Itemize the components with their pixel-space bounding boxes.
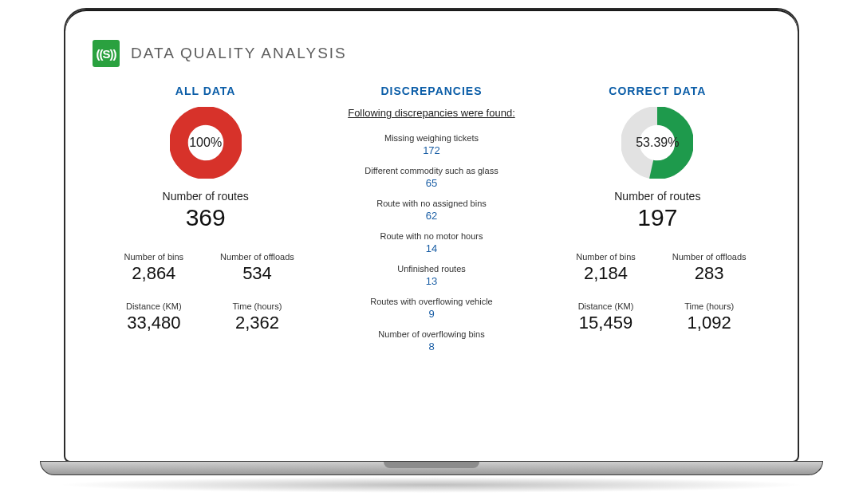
discrepancy-label: Route with no motor hours — [326, 231, 536, 241]
metric-value: 1,092 — [667, 313, 751, 333]
metric-label: Time (hours) — [215, 301, 300, 311]
discrepancy-label: Unfinished routes — [326, 264, 536, 274]
metric-label: Distance (KM) — [112, 301, 196, 311]
discrepancy-label: Different commodity such as glass — [326, 166, 536, 175]
columns-container: ALL DATA 100% Number of routes 369 Numbe… — [93, 70, 770, 362]
discrepancy-item: Route with no motor hours14 — [326, 231, 536, 254]
metric-value: 2,362 — [215, 313, 300, 333]
metric-label: Number of offloads — [667, 252, 751, 262]
discrepancies-list: Missing weighing tickets172Different com… — [326, 133, 536, 352]
metric-value: 2,184 — [564, 263, 648, 284]
discrepancy-item: Different commodity such as glass65 — [326, 166, 536, 189]
all-data-heading: ALL DATA — [100, 85, 310, 97]
discrepancy-value: 8 — [326, 341, 536, 352]
discrepancies-column: DISCREPANCIES Following discrepancies we… — [318, 85, 544, 362]
all-data-bins-metric: Number of bins 2,864 — [112, 252, 196, 284]
metric-label: Number of offloads — [215, 252, 300, 262]
metric-value: 534 — [215, 263, 300, 284]
discrepancy-item: Missing weighing tickets172 — [326, 133, 536, 156]
discrepancy-value: 14 — [326, 242, 536, 254]
discrepancy-label: Route with no assigned bins — [326, 199, 536, 208]
metric-value: 283 — [667, 263, 751, 284]
correct-data-column: CORRECT DATA 53.39% Number of routes 197… — [545, 85, 770, 362]
discrepancy-item: Unfinished routes13 — [326, 264, 536, 287]
correct-data-routes-label: Number of routes — [553, 190, 763, 203]
discrepancy-value: 65 — [326, 177, 536, 189]
all-data-routes-value: 369 — [100, 204, 310, 231]
metric-label: Number of bins — [564, 252, 648, 262]
discrepancy-item: Routes with overflowing vehicle9 — [326, 297, 536, 320]
correct-data-time-metric: Time (hours) 1,092 — [667, 301, 751, 333]
header: ((S)) DATA QUALITY ANALYSIS — [93, 30, 770, 70]
metric-label: Time (hours) — [667, 301, 751, 311]
discrepancy-label: Number of overflowing bins — [326, 329, 536, 339]
correct-data-routes-value: 197 — [553, 204, 763, 231]
discrepancy-value: 172 — [326, 144, 536, 156]
laptop-frame: ((S)) DATA QUALITY ANALYSIS ALL DATA 100… — [64, 8, 799, 463]
discrepancy-item: Route with no assigned bins62 — [326, 199, 536, 222]
all-data-offloads-metric: Number of offloads 534 — [215, 252, 300, 284]
discrepancy-item: Number of overflowing bins8 — [326, 329, 536, 352]
metric-label: Distance (KM) — [564, 301, 648, 311]
all-data-pct-label: 100% — [170, 107, 242, 179]
discrepancy-value: 13 — [326, 275, 536, 287]
correct-data-metric-grid: Number of bins 2,184 Number of offloads … — [553, 252, 763, 333]
discrepancies-subheading: Following discrepancies were found: — [348, 107, 515, 119]
correct-data-bins-metric: Number of bins 2,184 — [564, 252, 648, 284]
discrepancy-label: Routes with overflowing vehicle — [326, 297, 536, 306]
metric-value: 15,459 — [564, 313, 648, 333]
all-data-routes-label: Number of routes — [100, 190, 310, 203]
all-data-donut-chart: 100% — [170, 107, 242, 179]
correct-data-heading: CORRECT DATA — [553, 85, 763, 97]
brand-logo-icon: ((S)) — [93, 40, 120, 67]
metric-value: 33,480 — [112, 313, 196, 333]
all-data-column: ALL DATA 100% Number of routes 369 Numbe… — [93, 85, 318, 362]
correct-data-distance-metric: Distance (KM) 15,459 — [564, 301, 648, 333]
dashboard-screen: ((S)) DATA QUALITY ANALYSIS ALL DATA 100… — [93, 30, 770, 453]
correct-data-donut-chart: 53.39% — [621, 107, 693, 179]
correct-data-offloads-metric: Number of offloads 283 — [667, 252, 751, 284]
metric-label: Number of bins — [112, 252, 196, 262]
all-data-metric-grid: Number of bins 2,864 Number of offloads … — [100, 252, 310, 333]
discrepancy-value: 9 — [326, 308, 536, 320]
metric-value: 2,864 — [112, 263, 196, 284]
discrepancy-label: Missing weighing tickets — [326, 133, 536, 143]
discrepancy-value: 62 — [326, 210, 536, 222]
all-data-distance-metric: Distance (KM) 33,480 — [112, 301, 196, 333]
laptop-shadow — [56, 477, 807, 493]
laptop-base — [40, 461, 823, 475]
discrepancies-heading: DISCREPANCIES — [326, 85, 536, 97]
page-title: DATA QUALITY ANALYSIS — [131, 45, 347, 62]
correct-data-pct-label: 53.39% — [621, 107, 693, 179]
all-data-time-metric: Time (hours) 2,362 — [215, 301, 300, 333]
